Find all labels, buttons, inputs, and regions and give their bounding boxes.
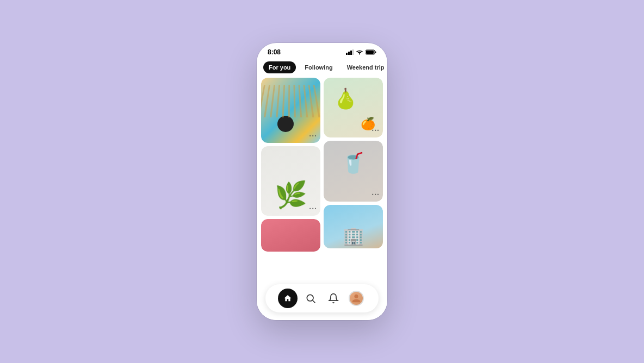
svg-rect-6 <box>366 51 374 54</box>
battery-icon <box>366 49 376 55</box>
bell-icon <box>328 293 339 304</box>
svg-line-9 <box>313 301 315 303</box>
pin-card-fruits[interactable]: ··· <box>324 78 383 137</box>
pin-image-building <box>324 205 383 248</box>
svg-point-8 <box>307 295 313 301</box>
nav-home[interactable] <box>278 289 298 308</box>
pin-card-drink[interactable]: ··· <box>324 141 383 202</box>
bottom-nav <box>257 280 387 320</box>
tab-for-you[interactable]: For you <box>263 61 296 73</box>
phone-frame: 8:08 Fo <box>257 43 387 320</box>
status-icons <box>346 49 376 55</box>
svg-rect-7 <box>375 52 376 53</box>
pin-card-building[interactable] <box>324 205 383 252</box>
search-icon <box>305 293 316 304</box>
home-icon <box>283 294 292 303</box>
feed-left-column: ··· ··· <box>261 78 320 252</box>
nav-search[interactable] <box>301 289 320 308</box>
pin-card-plant[interactable]: ··· <box>261 146 320 216</box>
feed-wrapper: ··· ··· ··· <box>257 78 387 280</box>
wifi-icon <box>356 49 363 55</box>
pin-more-staircase[interactable]: ··· <box>309 132 317 140</box>
pin-more-fruits[interactable]: ··· <box>371 127 380 134</box>
feed: ··· ··· ··· <box>257 78 387 252</box>
nav-profile[interactable] <box>346 289 366 308</box>
profile-avatar <box>349 291 364 306</box>
pin-card-pink[interactable] <box>261 219 320 252</box>
status-bar: 8:08 <box>257 43 387 58</box>
nav-notifications[interactable] <box>324 289 343 308</box>
svg-rect-1 <box>348 52 350 55</box>
category-tabs: For you Following Weekend trip Kitch <box>257 58 387 78</box>
feed-right-column: ··· ··· <box>324 78 383 252</box>
svg-rect-0 <box>346 53 348 55</box>
tab-following[interactable]: Following <box>299 61 338 73</box>
svg-point-4 <box>359 54 360 55</box>
svg-rect-3 <box>352 49 354 55</box>
pin-card-staircase[interactable]: ··· <box>261 78 320 143</box>
tab-weekend-trip[interactable]: Weekend trip <box>342 61 387 73</box>
pin-more-plant[interactable]: ··· <box>309 205 317 212</box>
signal-icon <box>346 49 354 55</box>
status-time: 8:08 <box>268 48 281 56</box>
svg-rect-2 <box>350 51 352 55</box>
nav-pill <box>265 284 379 312</box>
pin-more-drink[interactable]: ··· <box>371 191 380 198</box>
